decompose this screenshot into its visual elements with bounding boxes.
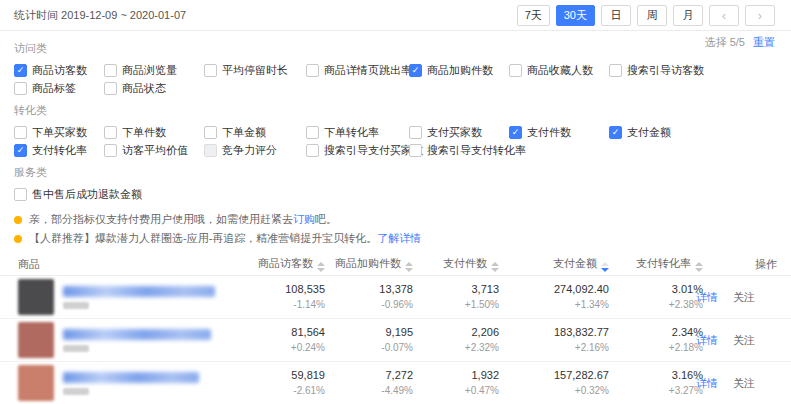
range-button-7d[interactable]: 7天 [517, 5, 550, 26]
checkbox-row: ✓ 商品标签 ✓ 商品状态 [14, 79, 775, 97]
product-subtitle-redacted [63, 388, 89, 395]
product-thumbnail [18, 279, 54, 315]
detail-link[interactable]: 详情 [696, 376, 718, 391]
actions-cell: 详情 关注 [703, 290, 777, 305]
metric-checkbox[interactable]: ✓ 访客平均价值 [104, 143, 204, 158]
metric-delta: -0.07% [325, 341, 413, 354]
checkbox-icon: ✓ [14, 82, 27, 95]
notice-text: 吧。 [315, 212, 337, 227]
metric-checkbox[interactable]: ✓ 商品加购件数 [409, 63, 509, 78]
metric-checkbox-label: 下单件数 [122, 125, 166, 140]
metric-checkbox[interactable]: ✓ 商品状态 [104, 81, 204, 96]
product-cell[interactable] [18, 365, 239, 401]
metric-checkbox-label: 商品浏览量 [122, 63, 177, 78]
metric-checkbox-label: 访客平均价值 [122, 143, 188, 158]
check-icon: ✓ [17, 146, 25, 155]
column-header-product: 商品 [18, 257, 239, 272]
metric-checkbox-label: 支付买家数 [427, 125, 482, 140]
visitors-cell: 108,535-1.14% [239, 283, 325, 311]
learn-more-link[interactable]: 了解详情 [377, 231, 421, 246]
metric-checkbox-label: 商品访客数 [32, 63, 87, 78]
product-cell[interactable] [18, 279, 239, 315]
product-title-redacted [63, 329, 211, 340]
column-header-label: 支付转化率 [636, 257, 691, 269]
metric-checkbox[interactable]: ✓ 支付件数 [509, 125, 609, 140]
metric-checkbox[interactable]: ✓ 商品浏览量 [104, 63, 204, 78]
checkbox-icon: ✓ [409, 64, 422, 77]
group-title-visit: 访问类 [14, 41, 775, 56]
metric-checkbox[interactable]: ✓ 商品访客数 [14, 63, 104, 78]
checkbox-icon: ✓ [104, 82, 117, 95]
metric-checkbox[interactable]: ✓ 支付金额 [609, 125, 671, 140]
sort-icon [491, 262, 499, 272]
metric-checkbox[interactable]: ✓ 搜索引导支付转化率 [409, 143, 509, 158]
column-header-label: 商品加购件数 [335, 257, 401, 269]
metric-delta: +2.18% [609, 341, 703, 354]
sort-icon [695, 262, 703, 272]
notice-text: 亲，部分指标仅支持付费用户使用哦，如需使用赶紧去 [29, 212, 293, 227]
metric-value: 3.01% [609, 283, 703, 296]
metric-checkbox[interactable]: ✓ 商品收藏人数 [509, 63, 609, 78]
notice-dot-icon [14, 216, 22, 224]
product-cell[interactable] [18, 322, 239, 358]
metric-checkbox[interactable]: ✓ 售中售后成功退款金额 [14, 187, 142, 202]
detail-link[interactable]: 详情 [696, 290, 718, 305]
reset-button[interactable]: 重置 [753, 36, 775, 48]
detail-link[interactable]: 详情 [696, 333, 718, 348]
metric-checkbox-label: 售中售后成功退款金额 [32, 187, 142, 202]
column-header-conversion[interactable]: 支付转化率 [609, 256, 703, 272]
metric-checkbox-label: 下单转化率 [324, 125, 379, 140]
metric-checkbox-label: 商品加购件数 [427, 63, 493, 78]
metric-checkbox-label: 搜索引导支付转化率 [427, 143, 526, 158]
metric-checkbox[interactable]: ✓ 下单件数 [104, 125, 204, 140]
range-button-30d[interactable]: 30天 [556, 5, 595, 26]
column-header-cart-adds[interactable]: 商品加购件数 [325, 256, 413, 272]
chevron-left-icon[interactable]: ‹ [709, 5, 739, 26]
checkbox-icon: ✓ [14, 64, 27, 77]
metric-checkbox[interactable]: ✓ 支付转化率 [14, 143, 104, 158]
checkbox-icon: ✓ [104, 64, 117, 77]
metric-checkbox[interactable]: ✓ 商品标签 [14, 81, 104, 96]
column-header-actions: 操作 [703, 257, 777, 272]
follow-link[interactable]: 关注 [733, 333, 755, 348]
metric-checkbox[interactable]: ✓ 搜索引导访客数 [609, 63, 704, 78]
table-row: 108,535-1.14% 13,378-0.96% 3,713+1.50% 2… [0, 276, 791, 319]
column-header-visitors[interactable]: 商品访客数 [239, 256, 325, 272]
metric-value: 13,378 [325, 283, 413, 296]
checkbox-icon: ✓ [14, 188, 27, 201]
metric-delta: +3.27% [609, 384, 703, 397]
metric-delta: +0.32% [499, 384, 609, 397]
checkbox-row: ✓ 下单买家数 ✓ 下单件数 ✓ 下单金额 ✓ 下单转化率 ✓ 支付买家数 ✓ … [14, 123, 775, 141]
subscribe-link[interactable]: 订购 [293, 212, 315, 227]
column-header-label: 商品访客数 [258, 257, 313, 269]
metric-checkbox[interactable]: ✓ 商品详情页跳出率 [306, 63, 409, 78]
range-button-day[interactable]: 日 [601, 5, 631, 26]
group-title-conversion: 转化类 [14, 103, 775, 118]
column-header-paid-items[interactable]: 支付件数 [413, 256, 499, 272]
sort-icon [405, 262, 413, 272]
range-button-month[interactable]: 月 [673, 5, 703, 26]
check-icon: ✓ [17, 66, 25, 75]
chevron-right-icon[interactable]: › [745, 5, 775, 26]
metric-checkbox[interactable]: ✓ 平均停留时长 [204, 63, 306, 78]
visitors-cell: 81,564+0.24% [239, 326, 325, 354]
column-header-paid-amount[interactable]: 支付金额 [499, 256, 609, 272]
table-header-row: 商品 商品访客数 商品加购件数 支付件数 支付金额 支付转化率 操作 [0, 253, 791, 276]
metric-delta: +2.32% [413, 341, 499, 354]
product-subtitle-redacted [63, 302, 89, 309]
metric-checkbox[interactable]: ✓ 支付买家数 [409, 125, 509, 140]
follow-link[interactable]: 关注 [733, 290, 755, 305]
metric-checkbox[interactable]: ✓ 下单转化率 [306, 125, 409, 140]
paid-amount-cell: 157,282.67+0.32% [499, 369, 609, 397]
paid-items-cell: 1,932+0.47% [413, 369, 499, 397]
checkbox-icon: ✓ [14, 144, 27, 157]
metric-checkbox[interactable]: ✓ 搜索引导支付买家数 [306, 143, 409, 158]
metric-checkbox[interactable]: ✓ 下单买家数 [14, 125, 104, 140]
metric-checkbox[interactable]: ✓ 下单金额 [204, 125, 306, 140]
metric-checkbox[interactable]: 竞争力评分 [204, 143, 306, 158]
metric-value: 274,092.40 [499, 283, 609, 296]
sort-icon [317, 262, 325, 272]
range-button-week[interactable]: 周 [637, 5, 667, 26]
follow-link[interactable]: 关注 [733, 376, 755, 391]
metric-checkbox-label: 支付金额 [627, 125, 671, 140]
